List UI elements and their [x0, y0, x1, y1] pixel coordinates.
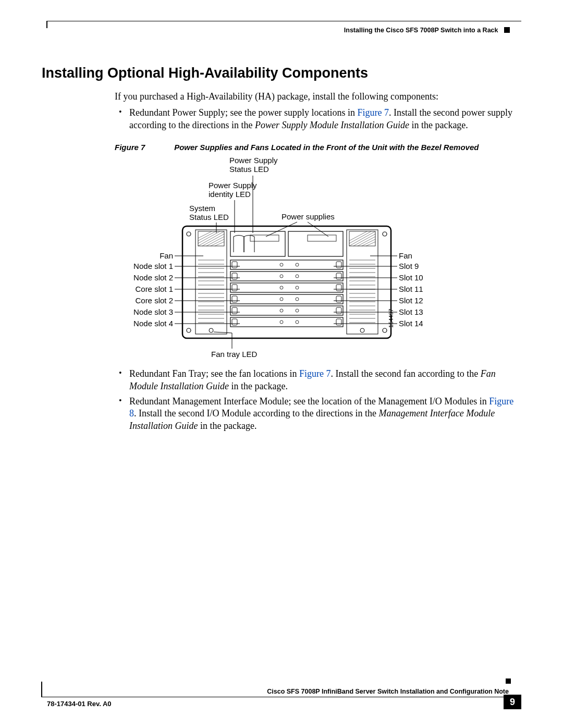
svg-line-40	[349, 231, 371, 243]
label-slot-12: Slot 12	[399, 296, 423, 305]
header-square-icon	[504, 27, 510, 33]
label-part-number: 154497	[388, 309, 395, 328]
svg-rect-92	[336, 296, 341, 302]
svg-line-4	[308, 222, 328, 237]
header-rule	[47, 21, 521, 21]
label-ps-status-led: Power Supply Status LED	[229, 156, 278, 174]
label-slot-9: Slot 9	[399, 262, 419, 270]
svg-rect-87	[232, 273, 237, 279]
svg-rect-67	[230, 260, 343, 269]
svg-rect-66	[308, 235, 336, 241]
svg-point-75	[280, 275, 283, 278]
svg-rect-91	[232, 296, 237, 302]
svg-point-36	[209, 328, 213, 332]
svg-line-16	[202, 234, 224, 246]
svg-rect-95	[232, 319, 237, 325]
svg-point-8	[383, 232, 387, 236]
svg-line-43	[358, 237, 375, 246]
svg-point-79	[280, 298, 283, 301]
svg-point-7	[187, 328, 191, 332]
running-title: Installing the Cisco SFS 7008P Switch in…	[344, 27, 498, 34]
figure-7-diagram: Power Supply Status LED Power Supply ide…	[99, 156, 464, 362]
svg-point-78	[296, 286, 299, 289]
svg-line-19	[215, 242, 224, 246]
svg-rect-96	[336, 319, 341, 325]
svg-line-45	[366, 242, 375, 246]
label-slot-14: Slot 14	[399, 319, 423, 328]
label-core-slot-1: Core slot 1	[130, 285, 173, 293]
footer-doc-title: Cisco SFS 7008P InfiniBand Server Switch…	[267, 688, 509, 695]
svg-line-17	[206, 237, 224, 246]
label-node-slot-2: Node slot 2	[130, 273, 173, 282]
svg-point-83	[280, 320, 283, 324]
label-node-slot-1: Node slot 1	[130, 262, 173, 270]
figure-title: Power Supplies and Fans Located in the F…	[174, 143, 479, 152]
svg-rect-94	[336, 307, 341, 314]
svg-line-42	[353, 234, 375, 246]
svg-point-77	[280, 286, 283, 289]
svg-rect-93	[232, 307, 237, 314]
label-slot-11: Slot 11	[399, 285, 423, 293]
figure-7-link[interactable]: Figure 7	[357, 107, 389, 118]
footer-rule	[42, 697, 506, 697]
bullet-fan-tray: Redundant Fan Tray; see the fan location…	[115, 368, 516, 392]
label-system-status-led: System Status LED	[189, 204, 229, 222]
header-tick	[46, 21, 47, 28]
svg-point-81	[280, 309, 283, 312]
svg-point-76	[296, 275, 299, 278]
svg-point-6	[187, 232, 191, 236]
svg-line-14	[198, 231, 216, 241]
label-power-supplies: Power supplies	[282, 212, 335, 221]
page-number: 9	[504, 695, 521, 709]
label-fan-tray-led: Fan tray LED	[211, 350, 257, 359]
svg-rect-5	[182, 226, 391, 338]
svg-rect-86	[336, 262, 341, 268]
svg-rect-70	[230, 294, 343, 304]
label-fan-left: Fan	[157, 251, 173, 260]
svg-rect-71	[230, 306, 343, 315]
svg-point-80	[296, 298, 299, 301]
bullet-mgmt-module: Redundant Management Interface Module; s…	[115, 396, 516, 432]
label-fan-right: Fan	[399, 251, 412, 260]
intro-text: If you purchased a High-Availability (HA…	[115, 91, 516, 103]
svg-rect-90	[336, 285, 341, 291]
page-footer: Cisco SFS 7008P InfiniBand Server Switch…	[42, 688, 521, 712]
svg-point-82	[296, 309, 299, 312]
figure-caption: Figure 7 Power Supplies and Fans Located…	[115, 143, 521, 152]
svg-point-9	[383, 328, 387, 332]
svg-point-74	[296, 263, 299, 266]
footer-square-icon	[506, 678, 511, 684]
label-node-slot-4: Node slot 4	[130, 319, 173, 328]
svg-line-3	[266, 222, 297, 237]
footer-tick	[41, 682, 42, 697]
figure-7-link-2[interactable]: Figure 7	[299, 368, 331, 379]
svg-rect-69	[230, 283, 343, 292]
svg-point-84	[296, 320, 299, 324]
svg-rect-89	[232, 285, 237, 291]
label-ps-identity-led: Power Supply identity LED	[209, 181, 257, 199]
running-header: Installing the Cisco SFS 7008P Switch in…	[42, 27, 510, 34]
svg-line-112	[214, 332, 232, 333]
svg-line-13	[198, 231, 220, 243]
svg-rect-88	[336, 273, 341, 279]
svg-point-62	[360, 328, 364, 332]
svg-rect-72	[230, 317, 343, 327]
label-node-slot-3: Node slot 3	[130, 307, 173, 316]
section-title: Installing Optional High-Availability Co…	[42, 65, 521, 81]
footer-doc-rev: 78-17434-01 Rev. A0	[47, 700, 112, 708]
bullet-power-supply: Redundant Power Supply; see the power su…	[115, 107, 516, 131]
label-slot-10: Slot 10	[399, 273, 423, 282]
svg-point-73	[280, 263, 283, 266]
label-slot-13: Slot 13	[399, 307, 423, 316]
svg-line-41	[349, 231, 367, 241]
svg-rect-85	[232, 262, 237, 268]
figure-number: Figure 7	[115, 143, 172, 152]
svg-rect-68	[230, 272, 343, 281]
label-core-slot-2: Core slot 2	[130, 296, 173, 305]
